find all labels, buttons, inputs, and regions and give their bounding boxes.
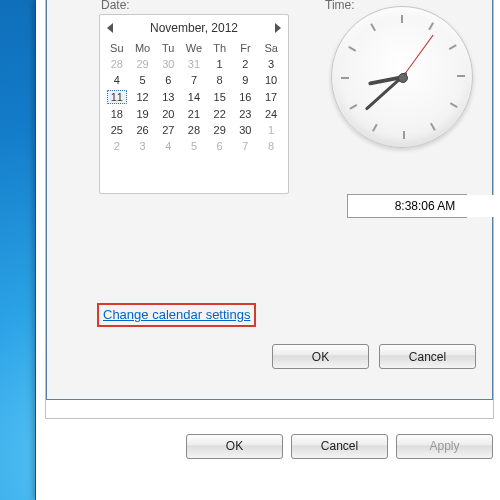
calendar-grid: SuMoTuWeThFrSa 2829303112345678910111213… [104,40,284,154]
calendar-title[interactable]: November, 2012 [118,21,270,35]
outer-cancel-button[interactable]: Cancel [291,434,388,459]
svg-marker-0 [107,23,113,33]
calendar-day[interactable]: 28 [104,56,130,72]
calendar-day[interactable]: 20 [155,106,181,122]
calendar-day[interactable]: 3 [258,56,284,72]
calendar-dow: Fr [233,40,259,56]
clock-tick [428,22,434,30]
calendar-day[interactable]: 23 [233,106,259,122]
clock-tick [341,77,349,79]
calendar-dow: Tu [155,40,181,56]
date-section-label: Date: [101,0,130,12]
calendar-day[interactable]: 12 [130,88,156,106]
calendar-day[interactable]: 5 [181,138,207,154]
calendar-day[interactable]: 11 [104,88,130,106]
calendar-dow: We [181,40,207,56]
calendar-day[interactable]: 1 [258,122,284,138]
calendar-day[interactable]: 7 [181,72,207,88]
calendar-day[interactable]: 4 [155,138,181,154]
clock-tick [430,123,436,131]
calendar-day[interactable]: 13 [155,88,181,106]
calendar-day[interactable]: 5 [130,72,156,88]
calendar-day[interactable]: 7 [233,138,259,154]
calendar-day[interactable]: 30 [233,122,259,138]
clock-tick [457,75,465,77]
calendar-day[interactable]: 28 [181,122,207,138]
annotation-highlight: Change calendar settings [97,303,256,327]
calendar-day[interactable]: 19 [130,106,156,122]
calendar-day[interactable]: 2 [233,56,259,72]
calendar-day[interactable]: 1 [207,56,233,72]
time-input[interactable] [347,194,467,218]
clock-tick [349,104,357,110]
calendar-day[interactable]: 17 [258,88,284,106]
analog-clock [327,6,477,156]
calendar-day[interactable]: 26 [130,122,156,138]
calendar-prev-button[interactable] [104,21,118,35]
clock-tick [372,124,378,132]
calendar-day[interactable]: 8 [258,138,284,154]
calendar-dow: Mo [130,40,156,56]
calendar-next-button[interactable] [270,21,284,35]
outer-dialog-buttons: OK Cancel Apply [36,428,500,464]
calendar-dow: Su [104,40,130,56]
clock-tick [348,46,356,52]
calendar-day[interactable]: 22 [207,106,233,122]
calendar-day[interactable]: 29 [130,56,156,72]
calendar-day[interactable]: 6 [155,72,181,88]
chevron-left-icon [107,23,115,33]
clock-tick [370,23,376,31]
clock-tick [450,102,458,108]
calendar-day[interactable]: 21 [181,106,207,122]
outer-ok-button[interactable]: OK [186,434,283,459]
outer-apply-button[interactable]: Apply [396,434,493,459]
calendar-day[interactable]: 10 [258,72,284,88]
tab-pane: Date: Time: November, 2012 SuMoTuW [45,0,494,419]
calendar-day[interactable]: 30 [155,56,181,72]
calendar-day[interactable]: 3 [130,138,156,154]
calendar-day[interactable]: 9 [233,72,259,88]
desktop-background: Date: Time: November, 2012 SuMoTuW [0,0,500,500]
time-field[interactable] [348,195,500,217]
clock-tick [403,131,405,139]
calendar-day[interactable]: 6 [207,138,233,154]
calendar-day[interactable]: 2 [104,138,130,154]
calendar-day[interactable]: 24 [258,106,284,122]
svg-marker-1 [275,23,281,33]
date-time-dialog: Date: Time: November, 2012 SuMoTuW [46,0,493,400]
calendar-day[interactable]: 16 [233,88,259,106]
ok-button[interactable]: OK [272,344,369,369]
calendar-day[interactable]: 31 [181,56,207,72]
calendar-day[interactable]: 25 [104,122,130,138]
clock-center-pin [398,73,408,83]
calendar-dow: Th [207,40,233,56]
properties-dialog: Date: Time: November, 2012 SuMoTuW [35,0,500,500]
cancel-button[interactable]: Cancel [379,344,476,369]
calendar-day[interactable]: 4 [104,72,130,88]
calendar-day[interactable]: 27 [155,122,181,138]
calendar[interactable]: November, 2012 SuMoTuWeThFrSa 2829303112… [99,14,289,194]
clock-tick [401,15,403,23]
calendar-day[interactable]: 15 [207,88,233,106]
calendar-day[interactable]: 18 [104,106,130,122]
calendar-dow: Sa [258,40,284,56]
calendar-day[interactable]: 8 [207,72,233,88]
clock-tick [449,44,457,50]
chevron-right-icon [273,23,281,33]
calendar-day[interactable]: 29 [207,122,233,138]
calendar-day[interactable]: 14 [181,88,207,106]
change-calendar-settings-link[interactable]: Change calendar settings [103,307,250,322]
